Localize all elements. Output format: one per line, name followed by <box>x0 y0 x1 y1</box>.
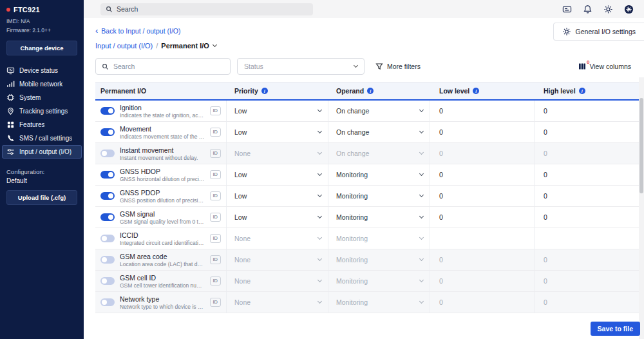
operand-dropdown[interactable]: Monitoring <box>328 186 430 206</box>
breadcrumb-current[interactable]: Permanent I/O <box>161 42 216 50</box>
low-level-value[interactable]: 0 <box>430 207 535 228</box>
priority-dropdown[interactable]: Low <box>227 122 328 142</box>
breadcrumb-parent[interactable]: Input / output (I/O) <box>95 42 153 50</box>
toggle-switch[interactable] <box>100 192 115 200</box>
sidebar-item-sms-call-settings[interactable]: SMS / call settings <box>0 131 84 145</box>
info-icon[interactable] <box>473 88 479 94</box>
io-description: Network type to which device is co... <box>120 304 205 310</box>
high-level-value[interactable]: 0 <box>535 122 639 142</box>
operand-dropdown[interactable]: Monitoring <box>328 271 430 291</box>
view-columns-button[interactable]: 0 View columns <box>578 63 632 70</box>
operand-dropdown[interactable]: Monitoring <box>328 249 430 270</box>
high-level-value[interactable]: 0 <box>535 249 639 270</box>
high-level-value[interactable] <box>535 228 639 249</box>
priority-dropdown[interactable]: Low <box>227 186 328 206</box>
table-search[interactable] <box>95 58 231 75</box>
sms-icon <box>6 134 15 142</box>
back-link[interactable]: Back to Input / output (I/O) <box>95 27 181 35</box>
save-to-file-button[interactable]: Save to file <box>591 322 640 336</box>
low-level-value[interactable]: 0 <box>430 122 535 142</box>
low-level-value[interactable]: 0 <box>430 271 535 291</box>
high-level-value[interactable]: 0 <box>535 101 639 121</box>
priority-dropdown[interactable]: None <box>227 271 328 291</box>
scrollbar-thumb[interactable] <box>639 98 643 193</box>
change-device-button[interactable]: Change device <box>6 41 77 55</box>
chevron-down-icon <box>419 108 424 112</box>
upload-file-button[interactable]: Upload file (.cfg) <box>6 190 77 205</box>
sidebar-item-features[interactable]: Features <box>0 118 84 131</box>
device-panel: FTC921 IMEI: N/A Firmware: 2.1.0++ <box>0 0 84 35</box>
brand-logo-icon[interactable] <box>624 5 634 14</box>
priority-dropdown[interactable]: Low <box>227 164 328 185</box>
io-name-block: GSM area code Location area code (LAC) t… <box>120 253 205 267</box>
chevron-down-icon <box>419 171 424 176</box>
operand-dropdown[interactable]: On change <box>328 122 430 142</box>
low-level-value[interactable]: 0 <box>430 101 535 121</box>
info-icon[interactable] <box>579 88 585 94</box>
table-row: Network type Network type to which devic… <box>95 292 639 313</box>
high-level-value[interactable]: 0 <box>535 143 639 164</box>
info-icon[interactable] <box>261 88 268 94</box>
priority-dropdown[interactable]: None <box>227 228 328 249</box>
sidebar-item-mobile-network[interactable]: Mobile network <box>0 77 84 91</box>
low-level-value[interactable]: 0 <box>430 186 535 206</box>
general-io-settings-button[interactable]: General I/O settings <box>553 23 644 41</box>
table-search-input[interactable] <box>113 63 224 70</box>
info-icon[interactable] <box>367 88 374 94</box>
toggle-switch[interactable] <box>100 171 115 179</box>
sidebar-item-label: Mobile network <box>19 81 62 88</box>
chevron-down-icon <box>419 193 424 197</box>
sidebar-item-input-output-i-o[interactable]: Input / output (I/O) <box>2 145 82 159</box>
high-level-value[interactable]: 0 <box>535 186 639 206</box>
high-level-value[interactable]: 0 <box>535 164 639 185</box>
sidebar-item-tracking-settings[interactable]: Tracking settings <box>0 104 84 118</box>
sidebar-item-device-status[interactable]: Device status <box>0 64 84 77</box>
io-name: Instant movement <box>120 146 173 154</box>
configuration-value: Default <box>0 177 84 184</box>
io-description: Instant movement without delay. <box>120 155 205 161</box>
toggle-switch[interactable] <box>100 298 115 306</box>
sidebar-item-label: Device status <box>19 67 58 74</box>
global-search[interactable] <box>100 3 313 15</box>
toggle-switch[interactable] <box>100 213 115 221</box>
high-level-value[interactable]: 0 <box>535 207 639 228</box>
priority-dropdown[interactable]: None <box>227 292 328 313</box>
low-level-value[interactable]: 0 <box>430 143 535 164</box>
status-dropdown[interactable]: Status <box>237 58 365 75</box>
priority-dropdown[interactable]: Low <box>227 101 328 121</box>
operand-dropdown[interactable]: Monitoring <box>328 292 430 313</box>
toggle-switch[interactable] <box>100 277 115 285</box>
operand-dropdown[interactable]: Monitoring <box>328 228 430 249</box>
high-level-value[interactable]: 0 <box>535 271 639 291</box>
operand-dropdown[interactable]: Monitoring <box>328 207 430 228</box>
operand-value: Monitoring <box>336 235 368 242</box>
toggle-switch[interactable] <box>100 235 115 242</box>
chevron-down-icon <box>213 43 217 47</box>
toggle-switch[interactable] <box>100 150 115 157</box>
high-level-value[interactable]: 0 <box>535 292 639 313</box>
toggle-switch[interactable] <box>100 107 115 115</box>
sidebar-item-system[interactable]: System <box>0 91 84 104</box>
low-level-value[interactable]: 0 <box>430 249 535 270</box>
toggle-switch[interactable] <box>100 256 115 264</box>
main-area: Back to Input / output (I/O) Input / out… <box>84 0 644 339</box>
device-firmware: Firmware: 2.1.0++ <box>6 26 77 35</box>
chevron-down-icon <box>419 257 424 261</box>
operand-dropdown[interactable]: On change <box>328 143 430 164</box>
scrollbar-track[interactable] <box>639 77 644 339</box>
priority-dropdown[interactable]: Low <box>227 207 328 228</box>
operand-dropdown[interactable]: Monitoring <box>328 164 430 185</box>
sim-card-icon[interactable] <box>562 5 572 14</box>
io-name-cell: GNSS PDOP GNSS position dilution of prec… <box>95 186 227 206</box>
low-level-value[interactable] <box>430 228 535 249</box>
priority-dropdown[interactable]: None <box>227 143 328 164</box>
settings-gear-icon[interactable] <box>603 5 613 14</box>
operand-dropdown[interactable]: On change <box>328 101 430 121</box>
global-search-input[interactable] <box>117 5 308 13</box>
low-level-value[interactable]: 0 <box>430 292 535 313</box>
priority-dropdown[interactable]: None <box>227 249 328 270</box>
low-level-value[interactable]: 0 <box>430 164 535 185</box>
notification-bell-icon[interactable] <box>583 5 592 14</box>
more-filters-button[interactable]: More filters <box>375 63 421 70</box>
toggle-switch[interactable] <box>100 128 115 136</box>
